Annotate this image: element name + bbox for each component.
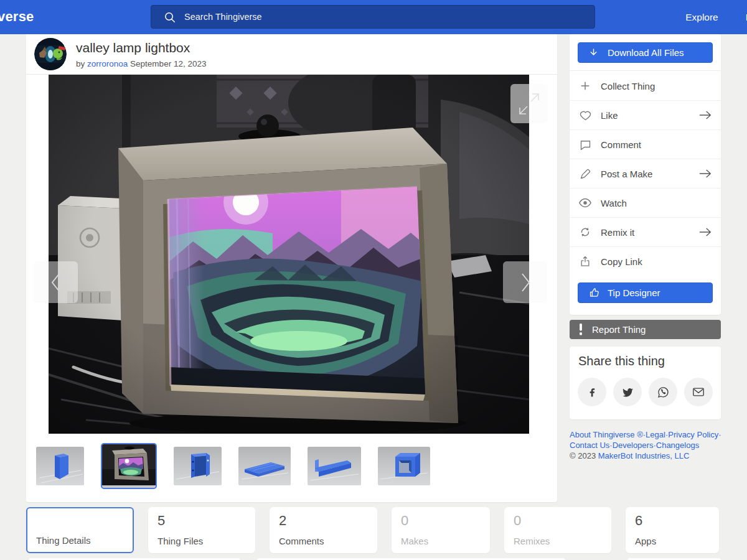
thumbnail-photo-lightbox[interactable] (101, 443, 157, 489)
thingiverse-logo-partial[interactable]: verse (0, 9, 34, 25)
comment-row[interactable]: Comment (570, 130, 721, 159)
share-twitter-button[interactable] (613, 378, 642, 406)
avatar[interactable] (34, 38, 67, 70)
thumbnail-strip (36, 443, 430, 489)
email-icon (692, 386, 705, 398)
share-icons-row (578, 378, 713, 406)
tab-makes[interactable]: 0 Makes (392, 507, 490, 553)
like-row[interactable]: Like (570, 101, 721, 130)
action-label: Collect Thing (601, 81, 721, 91)
action-label: Watch (601, 198, 721, 208)
footer-about-link[interactable]: About Thingiverse ® (570, 430, 643, 439)
thumbnail-open-box[interactable] (174, 447, 222, 485)
byline: by zorroronoa September 12, 2023 (76, 59, 206, 68)
comment-icon (578, 138, 592, 151)
tab-thing-files[interactable]: 5 Thing Files (148, 507, 255, 553)
report-thing-label: Report Thing (592, 324, 646, 335)
tab-comments[interactable]: 2 Comments (270, 507, 377, 553)
plus-icon (578, 80, 592, 92)
thumbnail-frame-cube[interactable] (378, 447, 430, 485)
author-link[interactable]: zorroronoa (87, 59, 128, 68)
tip-designer-button[interactable]: Tip Designer (578, 282, 713, 303)
nav-explore[interactable]: Explore (685, 12, 718, 23)
avatar-image (34, 38, 67, 70)
byline-prefix: by (76, 59, 85, 68)
tab-count: 6 (635, 513, 642, 529)
thumbnail-long-channel[interactable] (308, 447, 361, 485)
publish-date: September 12, 2023 (130, 59, 206, 68)
tab-label: Apps (635, 536, 656, 546)
post-a-make-row[interactable]: Post a Make (570, 159, 721, 189)
facebook-icon (586, 386, 598, 398)
thumbnail-flat-panel[interactable] (238, 447, 291, 485)
thing-photo (49, 75, 529, 434)
collect-thing-row[interactable]: Collect Thing (570, 72, 721, 101)
expand-icon (517, 91, 541, 116)
share-whatsapp-button[interactable] (649, 378, 677, 406)
thumbs-up-icon (588, 287, 600, 299)
arrow-right-icon (698, 110, 712, 120)
share-email-button[interactable] (684, 378, 713, 406)
tab-label: Makes (401, 536, 428, 546)
copy-link-row[interactable]: Copy Link (570, 247, 721, 276)
action-label: Comment (601, 139, 721, 150)
page-title: valley lamp lightbox (76, 40, 190, 55)
search-icon (164, 11, 176, 23)
tab-remixes[interactable]: 0 Remixes (504, 507, 611, 553)
tab-thing-details[interactable]: Thing Details (26, 507, 134, 553)
expand-image-button[interactable] (510, 84, 548, 123)
tab-label: Remixes (514, 536, 550, 546)
thing-tabs: Thing Details 5 Thing Files 2 Comments 0… (26, 507, 719, 553)
footer-privacy-link[interactable]: Privacy Policy (668, 430, 718, 439)
tab-count: 5 (157, 513, 165, 529)
download-all-files-button[interactable]: Download All Files (578, 42, 713, 63)
thumbnail-part-prism[interactable] (36, 447, 84, 485)
copyright-text: © 2023 (570, 451, 596, 460)
tab-label: Thing Details (36, 535, 91, 546)
report-thing-button[interactable]: Report Thing (570, 320, 721, 339)
site-footer: About Thingiverse ®·Legal·Privacy Policy… (570, 429, 725, 461)
tab-label: Comments (279, 536, 324, 546)
tip-designer-label: Tip Designer (608, 287, 660, 298)
header-nav: Explore Educat (685, 0, 747, 34)
footer-developers-link[interactable]: Developers (613, 441, 654, 450)
footer-company-link[interactable]: MakerBot Industries, LLC (598, 451, 690, 460)
chevron-left-icon (48, 271, 64, 294)
watch-row[interactable]: Watch (570, 189, 721, 218)
remix-it-row[interactable]: Remix it (570, 218, 721, 247)
footer-legal-link[interactable]: Legal (646, 430, 665, 439)
tab-apps[interactable]: 6 Apps (626, 507, 719, 553)
exclamation-icon (578, 324, 583, 335)
arrow-right-icon (698, 169, 712, 179)
tab-label: Thing Files (157, 536, 203, 546)
action-label: Copy Link (601, 256, 721, 267)
share-panel: Share this thing (570, 347, 721, 419)
share-facebook-button[interactable] (578, 378, 606, 406)
pencil-icon (578, 167, 592, 180)
footer-contact-link[interactable]: Contact Us (570, 441, 609, 450)
action-label: Remix it (601, 227, 698, 238)
chevron-right-icon (517, 271, 533, 294)
thing-main-card: valley lamp lightbox by zorroronoa Septe… (26, 34, 557, 502)
twitter-icon (621, 386, 634, 399)
search-input[interactable] (183, 11, 594, 22)
tab-count: 0 (514, 513, 521, 529)
actions-panel: Download All Files Collect Thing Like Co… (570, 34, 721, 315)
share-title: Share this thing (578, 354, 665, 368)
footer-line-3: © 2023 MakerBot Industries, LLC (570, 450, 725, 461)
carousel-next-button[interactable] (503, 261, 547, 303)
tab-count: 2 (279, 513, 286, 529)
action-label: Like (601, 110, 698, 121)
download-label: Download All Files (608, 47, 684, 58)
whatsapp-icon (657, 386, 670, 399)
carousel-prev-button[interactable] (34, 261, 78, 303)
footer-changelogs-link[interactable]: Changelogs (656, 441, 699, 450)
remix-icon (578, 226, 592, 238)
search-bar[interactable] (151, 5, 595, 29)
arrow-right-icon (698, 227, 712, 237)
tab-count: 0 (401, 513, 408, 529)
footer-line-1: About Thingiverse ®·Legal·Privacy Policy… (570, 429, 725, 440)
heart-icon (578, 109, 592, 122)
download-icon (588, 47, 599, 58)
eye-icon (578, 197, 592, 208)
